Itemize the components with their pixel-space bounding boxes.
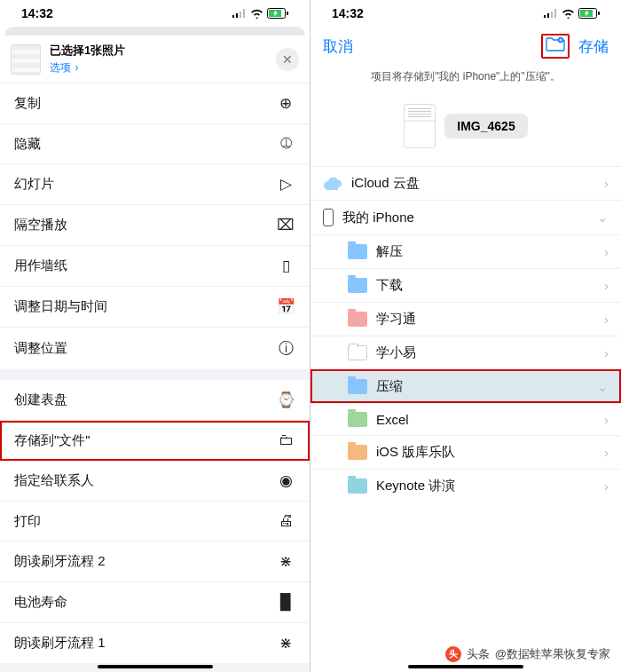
folder-row[interactable]: Excel› xyxy=(310,403,621,435)
svg-rect-8 xyxy=(547,13,549,18)
action-row[interactable]: 隔空播放⌧ xyxy=(0,205,310,246)
wifi-icon xyxy=(250,9,263,19)
new-folder-button[interactable] xyxy=(541,34,570,59)
folder-icon xyxy=(348,478,367,494)
action-row[interactable]: 用作墙纸▯ xyxy=(0,246,310,287)
folder-icon xyxy=(348,445,367,460)
folder-label: 解压 xyxy=(376,243,403,260)
folder-row[interactable]: 学习通› xyxy=(310,302,621,336)
action-icon: ▉ xyxy=(276,593,295,612)
folder-row[interactable]: 学小易› xyxy=(310,336,621,369)
action-row[interactable]: 朗读刷牙流程 2⋇ xyxy=(0,542,310,582)
folder-row[interactable]: 解压› xyxy=(310,234,621,268)
sheet-grabber-area xyxy=(4,27,305,36)
action-group-2: 创建表盘⌚存储到"文件"🗀指定给联系人◉打印🖨朗读刷牙流程 2⋇电池寿命▉朗读刷… xyxy=(0,380,310,663)
action-icon: ▷ xyxy=(276,175,295,194)
icloud-drive-row[interactable]: iCloud 云盘 › xyxy=(310,166,621,200)
action-row[interactable]: 创建表盘⌚ xyxy=(0,380,310,421)
action-row[interactable]: 隐藏⦹ xyxy=(0,124,310,164)
save-to-files-screen: 14:32 取消 存储 项目将存储到"我的 iPhone"上的"压缩"。 IMG… xyxy=(310,0,621,672)
folder-icon xyxy=(348,312,367,327)
action-icon: ⌧ xyxy=(276,216,295,234)
save-button[interactable]: 存储 xyxy=(578,36,609,57)
status-time: 14:32 xyxy=(21,6,53,20)
action-row[interactable]: 存储到"文件"🗀 xyxy=(0,421,310,461)
watermark-badge: 头 xyxy=(445,646,461,662)
new-folder-icon xyxy=(546,36,565,51)
folder-label: 学小易 xyxy=(376,344,416,361)
folders-container: 解压›下载›学习通›学小易›压缩⌄Excel›iOS 版库乐队›Keynote … xyxy=(310,234,621,502)
chevron-right-icon: › xyxy=(604,244,609,259)
folder-label: iOS 版库乐队 xyxy=(376,444,455,461)
action-label: 幻灯片 xyxy=(14,176,54,193)
action-label: 隔空播放 xyxy=(14,217,67,233)
action-row[interactable]: 复制⊕ xyxy=(0,83,310,124)
folder-row[interactable]: iOS 版库乐队› xyxy=(310,435,621,469)
cloud-icon xyxy=(323,177,342,191)
action-row[interactable]: 调整日期与时间📅 xyxy=(0,287,310,328)
folder-icon xyxy=(348,412,367,427)
folder-label: Excel xyxy=(376,412,409,427)
action-icon: ▯ xyxy=(276,257,295,275)
action-label: 调整日期与时间 xyxy=(14,298,107,315)
action-icon: 📅 xyxy=(276,297,295,316)
file-name-field[interactable]: IMG_4625 xyxy=(444,114,527,138)
location-list: iCloud 云盘 › 我的 iPhone ⌄ 解压›下载›学习通›学小易›压缩… xyxy=(310,166,621,502)
share-actions-scroll[interactable]: 复制⊕隐藏⦹幻灯片▷隔空播放⌧用作墙纸▯调整日期与时间📅调整位置ⓘ 创建表盘⌚存… xyxy=(0,83,310,672)
action-label: 创建表盘 xyxy=(14,391,67,408)
status-icons xyxy=(544,8,600,19)
chevron-right-icon: › xyxy=(604,478,609,494)
share-header: 已选择1张照片 选项 › ✕ xyxy=(0,36,310,83)
action-row[interactable]: 朗读刷牙流程 1⋇ xyxy=(0,623,310,663)
action-icon: ⦹ xyxy=(276,135,295,153)
cancel-button[interactable]: 取消 xyxy=(323,36,353,57)
action-row[interactable]: 电池寿命▉ xyxy=(0,582,310,623)
action-label: 朗读刷牙流程 1 xyxy=(14,635,106,652)
chevron-right-icon: › xyxy=(604,278,609,293)
action-row[interactable]: 打印🖨 xyxy=(0,502,310,542)
svg-rect-9 xyxy=(551,12,553,18)
chevron-right-icon: › xyxy=(604,176,609,191)
action-row[interactable]: 幻灯片▷ xyxy=(0,164,310,205)
folder-row[interactable]: 下载› xyxy=(310,268,621,302)
folder-icon xyxy=(348,244,367,259)
home-indicator[interactable] xyxy=(408,665,523,668)
svg-rect-10 xyxy=(554,9,556,18)
svg-rect-6 xyxy=(287,12,288,15)
close-button[interactable]: ✕ xyxy=(276,48,299,71)
nav-bar: 取消 存储 xyxy=(310,27,621,66)
options-link[interactable]: 选项 › xyxy=(50,59,125,75)
share-sheet-screen: 14:32 已选择1张照片 选项 › ✕ 复制⊕隐藏⦹幻灯片▷隔空播放⌧用作墙纸… xyxy=(0,0,310,672)
action-row[interactable]: 调整位置ⓘ xyxy=(0,328,310,369)
signal-icon xyxy=(232,9,247,18)
action-icon: ⊕ xyxy=(276,94,295,113)
home-indicator[interactable] xyxy=(98,665,213,668)
folder-label: 学习通 xyxy=(376,311,416,328)
action-icon: 🗀 xyxy=(276,431,295,449)
action-row[interactable]: 指定给联系人◉ xyxy=(0,461,310,502)
folder-label: 压缩 xyxy=(376,378,403,395)
action-label: 存储到"文件" xyxy=(14,432,90,449)
action-label: 隐藏 xyxy=(14,136,41,153)
file-thumbnail xyxy=(404,104,436,148)
action-icon: 🖨 xyxy=(276,512,295,530)
folder-row[interactable]: 压缩⌄ xyxy=(310,369,621,403)
my-iphone-row[interactable]: 我的 iPhone ⌄ xyxy=(310,200,621,234)
action-icon: ⓘ xyxy=(276,338,295,359)
status-bar-left: 14:32 xyxy=(0,0,310,27)
action-icon: ⋇ xyxy=(276,552,295,571)
chevron-down-icon: ⌄ xyxy=(597,379,609,395)
chevron-right-icon: › xyxy=(75,61,78,74)
folder-icon xyxy=(348,345,367,360)
action-icon: ⋇ xyxy=(276,634,295,652)
status-time: 14:32 xyxy=(332,6,364,20)
icloud-label: iCloud 云盘 xyxy=(351,175,420,192)
status-bar-right: 14:32 xyxy=(310,0,621,27)
action-icon: ⌚ xyxy=(276,391,295,409)
chevron-right-icon: › xyxy=(604,312,609,327)
action-label: 复制 xyxy=(14,95,41,112)
battery-charging-icon xyxy=(578,8,600,19)
action-label: 朗读刷牙流程 2 xyxy=(14,553,106,570)
folder-row[interactable]: Keynote 讲演› xyxy=(310,469,621,502)
status-icons xyxy=(232,8,288,19)
